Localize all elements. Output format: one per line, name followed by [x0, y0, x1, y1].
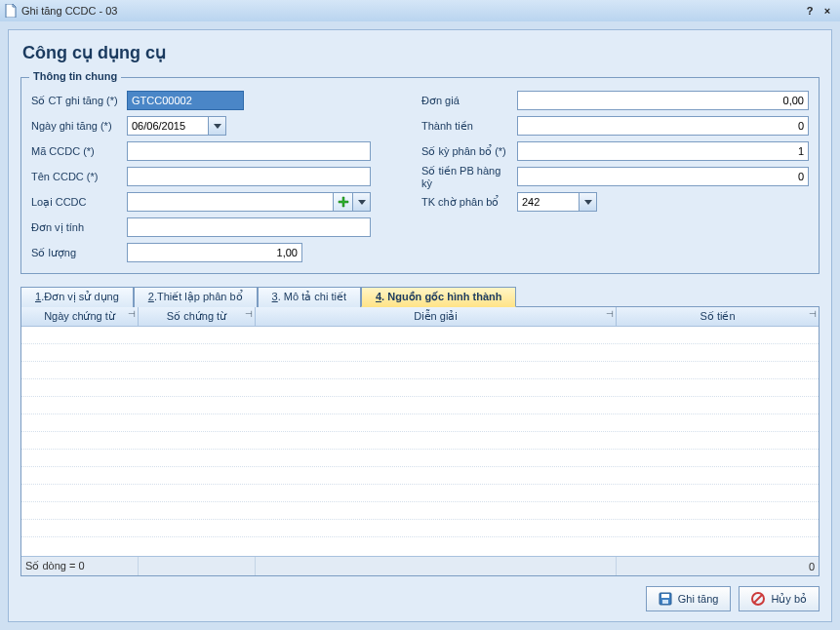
close-button[interactable]: ×	[819, 5, 836, 17]
ma-ccdc-input[interactable]	[127, 141, 371, 161]
tk-cho-input[interactable]	[517, 192, 580, 212]
window-title: Ghi tăng CCDC - 03	[21, 5, 117, 17]
loai-ccdc-add-button[interactable]	[334, 192, 353, 212]
grid-row[interactable]	[21, 379, 819, 397]
grid-col-1[interactable]: Số chứng từ⊣	[139, 307, 256, 326]
label-ngay: Ngày ghi tăng (*)	[31, 120, 121, 132]
label-thanhtien: Thành tiền	[421, 120, 511, 133]
grid-col-3[interactable]: Số tiền⊣	[617, 307, 819, 326]
chevron-down-icon	[584, 200, 592, 205]
label-tkcho: TK chờ phân bổ	[421, 196, 511, 209]
so-tien-pb-input[interactable]	[517, 167, 809, 186]
save-icon	[659, 592, 672, 606]
grid: Ngày chứng từ⊣Số chứng từ⊣Diễn giải⊣Số t…	[20, 307, 820, 576]
grid-col-0[interactable]: Ngày chứng từ⊣	[21, 307, 139, 326]
save-button-label: Ghi tăng	[678, 593, 719, 605]
grid-row[interactable]	[21, 327, 819, 344]
label-sokypb: Số kỳ phân bổ (*)	[421, 145, 511, 158]
cancel-button[interactable]: Hủy bỏ	[739, 586, 820, 611]
help-button[interactable]: ?	[801, 5, 819, 17]
label-sl: Số lượng	[31, 247, 121, 259]
svg-rect-2	[662, 600, 668, 604]
general-info-fieldset: Thông tin chung Số CT ghi tăng (*) Ngày …	[20, 77, 820, 274]
ngay-dropdown-button[interactable]	[209, 116, 226, 136]
tabs: 1.Đơn vị sử dụng2.Thiết lập phân bổ3. Mô…	[20, 286, 820, 307]
grid-row[interactable]	[21, 520, 819, 537]
grid-row[interactable]	[21, 344, 819, 362]
document-icon	[4, 4, 18, 18]
grid-footer-rowcount: Số dòng = 0	[21, 557, 139, 575]
dvt-input[interactable]	[127, 217, 371, 237]
grid-row[interactable]	[21, 502, 819, 520]
grid-header: Ngày chứng từ⊣Số chứng từ⊣Diễn giải⊣Số t…	[21, 307, 819, 327]
tk-cho-dropdown-button[interactable]	[580, 192, 597, 212]
ngay-input[interactable]	[127, 116, 209, 136]
tab-0[interactable]: 1.Đơn vị sử dụng	[20, 287, 134, 307]
label-dongia: Đơn giá	[421, 95, 511, 107]
grid-body[interactable]	[21, 327, 819, 556]
loai-ccdc-dropdown-button[interactable]	[353, 192, 371, 212]
grid-footer: Số dòng = 0 0	[21, 556, 819, 575]
label-sotienpb: Số tiền PB hàng kỳ	[421, 165, 511, 189]
svg-line-4	[754, 595, 762, 603]
grid-row[interactable]	[21, 485, 819, 502]
don-gia-input[interactable]	[517, 91, 809, 110]
label-ma: Mã CCDC (*)	[31, 145, 121, 157]
label-ten: Tên CCDC (*)	[31, 171, 121, 182]
so-ct-input[interactable]	[127, 91, 244, 110]
grid-col-2[interactable]: Diễn giải⊣	[256, 307, 617, 326]
tab-2[interactable]: 3. Mô tả chi tiết	[258, 287, 361, 307]
cancel-button-label: Hủy bỏ	[771, 593, 807, 606]
thanh-tien-input[interactable]	[517, 116, 809, 136]
fieldset-legend: Thông tin chung	[29, 70, 121, 82]
grid-footer-total: 0	[617, 557, 819, 575]
label-dvt: Đơn vị tính	[31, 221, 121, 234]
plus-icon	[338, 196, 349, 208]
titlebar: Ghi tăng CCDC - 03 ? ×	[0, 0, 840, 21]
cancel-icon	[751, 592, 765, 606]
grid-row[interactable]	[21, 362, 819, 379]
loai-ccdc-input[interactable]	[127, 192, 334, 212]
grid-row[interactable]	[21, 467, 819, 485]
grid-row[interactable]	[21, 432, 819, 450]
grid-row[interactable]	[21, 397, 819, 414]
chevron-down-icon	[214, 124, 221, 129]
page-title: Công cụ dụng cụ	[22, 42, 820, 63]
chevron-down-icon	[358, 200, 366, 205]
svg-rect-1	[661, 594, 669, 598]
save-button[interactable]: Ghi tăng	[646, 586, 732, 611]
grid-row[interactable]	[21, 450, 819, 467]
so-luong-input[interactable]	[127, 243, 302, 262]
tab-1[interactable]: 2.Thiết lập phân bổ	[134, 287, 258, 307]
tab-3[interactable]: 4. Nguồn gốc hình thành	[361, 287, 517, 307]
ten-ccdc-input[interactable]	[127, 167, 371, 186]
label-so-ct: Số CT ghi tăng (*)	[31, 95, 121, 107]
so-ky-pb-input[interactable]	[517, 141, 809, 161]
grid-row[interactable]	[21, 414, 819, 432]
label-loai: Loại CCDC	[31, 196, 121, 209]
